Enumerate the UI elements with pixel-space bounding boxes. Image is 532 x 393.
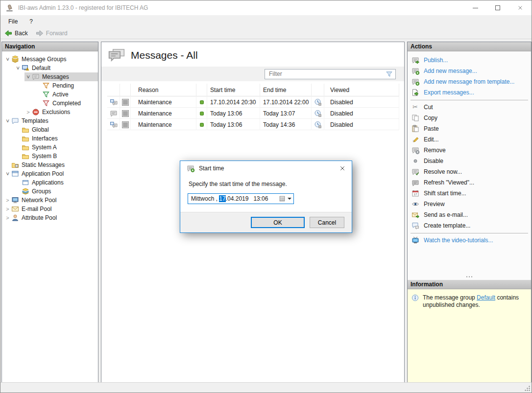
sidebar-item-static-messages[interactable]: >Static Messages [2,161,98,169]
sidebar-item-network-pool[interactable]: >Network Pool [2,196,98,205]
sidebar-item-exclusions[interactable]: >Exclusions [2,108,98,116]
green-dot-icon [200,123,204,127]
default-group-link[interactable]: Default [477,294,495,301]
header-viewed[interactable]: Viewed [324,84,399,96]
message-color-cell [120,96,131,108]
filter-input[interactable] [269,70,386,77]
datetime-picker[interactable]: Mittwoch , 17.04.201913:06 [188,193,294,204]
chevron-expanded-icon[interactable]: > [5,170,11,178]
panel-splitter[interactable] [408,276,531,280]
ok-button[interactable]: OK [251,217,305,228]
menu-file[interactable]: File [8,18,18,25]
action-label: Publish... [424,57,448,64]
action-edit[interactable]: Edit... [408,134,531,145]
action-publish[interactable]: Publish... [408,55,531,66]
sidebar-item-message-groups[interactable]: >Message Groups [2,55,98,64]
dropdown-arrow-icon[interactable] [288,198,291,200]
action-watch-video-tutorials[interactable]: Watch the video-tutorials... [408,235,531,246]
chevron-collapsed-icon[interactable]: > [4,197,11,203]
sidebar-item-pending[interactable]: >Pending [2,81,98,90]
chevron-collapsed-icon[interactable]: > [4,215,11,221]
table-row[interactable]: Maintenance Today 13:06 Today 14:36 Disa… [107,119,399,130]
sidebar-item-messages[interactable]: >Messages [2,72,98,81]
resize-grip[interactable] [524,385,531,392]
calendar-grid-icon[interactable] [279,195,286,202]
header-start-time[interactable]: Start time [207,84,260,96]
message-resolve-icon [411,168,419,176]
dialog-close-button[interactable] [334,162,351,175]
action-copy[interactable]: Copy [408,113,531,123]
tree-item-label: Default [32,65,50,71]
sidebar-item-application-pool[interactable]: >Application Pool [2,169,98,178]
action-send-as-email[interactable]: Send as e-mail... [408,209,531,220]
sidebar-item-attribute-pool[interactable]: >Attribute Pool [2,213,98,222]
close-icon [339,165,345,171]
chevron-expanded-icon[interactable]: > [15,65,21,72]
sidebar-item-applications[interactable]: >Applications [2,178,98,187]
tree-item-label: Active [52,91,69,98]
action-resolve-now[interactable]: Resolve now... [408,166,531,177]
action-export-messages[interactable]: Export messages... [408,87,531,98]
header-color-col[interactable] [120,84,131,96]
header-status-col[interactable] [196,84,207,96]
action-cut[interactable]: ✂Cut [408,102,531,113]
sidebar-item-templates[interactable]: >Templates [2,116,98,125]
chevron-expanded-icon[interactable]: > [5,117,11,125]
action-shift-start-time[interactable]: 17Shift start time... [408,188,531,199]
tree-item-label: Interfaces [32,135,58,142]
sidebar-item-groups[interactable]: >Groups [2,187,98,196]
close-button[interactable] [509,0,532,15]
sidebar-item-system-b[interactable]: >System B [2,152,98,161]
menu-help[interactable]: ? [29,18,33,25]
color-swatch [122,110,129,117]
chevron-collapsed-icon[interactable]: > [24,109,32,115]
table-row[interactable]: Maintenance 17.10.2014 20:30 17.10.2014 … [107,96,399,108]
cell-reason: Maintenance [131,108,196,119]
date-selected-day: 17 [219,195,225,202]
action-refresh-viewed[interactable]: Refresh "Viewed"... [408,177,531,188]
maximize-button[interactable] [486,0,509,15]
minimize-button[interactable] [464,0,486,15]
sidebar-item-interfaces[interactable]: >Interfaces [2,134,98,143]
action-disable[interactable]: Disable [408,156,531,166]
eye-icon [411,200,419,208]
cancel-button[interactable]: Cancel [310,217,344,228]
action-preview[interactable]: Preview [408,199,531,209]
forward-button[interactable]: Forward [36,29,68,37]
action-create-template[interactable]: Create template... [408,220,531,231]
action-paste[interactable]: Paste [408,123,531,134]
message-type-icon [107,96,120,108]
cell-end-time: Today 14:36 [260,119,312,130]
sidebar-item-active[interactable]: >Active [2,90,98,99]
header-viewed-icon-col[interactable] [312,84,324,96]
dialog-footer: OK Cancel [180,212,352,232]
filter-funnel-icon[interactable] [386,70,393,78]
chevron-expanded-icon[interactable]: > [5,56,11,63]
sidebar-item-completed[interactable]: >Completed [2,99,98,108]
action-add-message-from-template[interactable]: Add new message from template... [408,76,531,87]
cell-reason: Maintenance [131,119,196,130]
chevron-collapsed-icon[interactable]: > [4,206,11,212]
tree-item-label: Network Pool [22,197,56,204]
clock-icon [312,119,324,130]
header-reason[interactable]: Reason [131,84,196,96]
tree-item-label: Templates [22,117,48,124]
filter-strip [101,67,404,81]
action-label: Create template... [424,222,470,229]
header-end-time[interactable]: End time [260,84,312,96]
action-label: Watch the video-tutorials... [424,237,493,244]
date-suffix: .04.2019 [226,195,249,202]
sidebar-item-default[interactable]: >Default [2,64,98,72]
forward-arrow-icon [36,29,44,37]
chevron-expanded-icon[interactable]: > [25,73,31,81]
table-header: Reason Start time End time Viewed [107,84,399,96]
header-message-icon-col[interactable] [107,84,120,96]
sidebar-item-system-a[interactable]: >System A [2,143,98,152]
back-button[interactable]: Back [4,29,28,37]
templates-icon [11,117,20,125]
action-remove[interactable]: Remove [408,145,531,156]
action-add-new-message[interactable]: Add new message... [408,66,531,76]
sidebar-item-email-pool[interactable]: >E-mail Pool [2,205,98,213]
table-row[interactable]: Maintenance Today 13:06 Today 13:07 Disa… [107,108,399,119]
sidebar-item-global[interactable]: >Global [2,125,98,134]
